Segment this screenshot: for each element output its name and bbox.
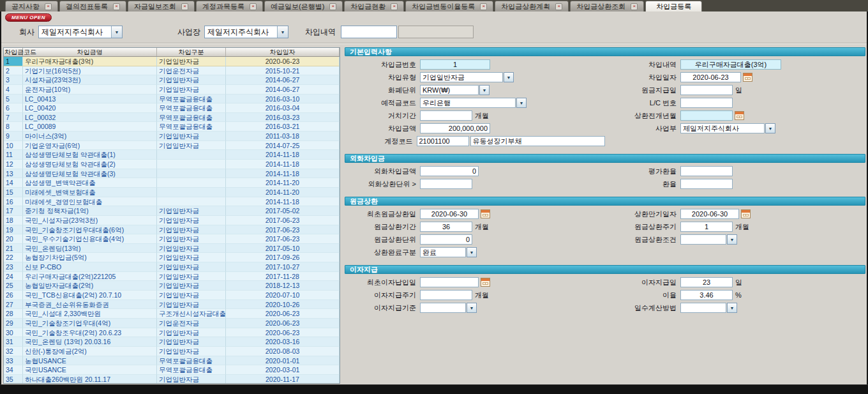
interest-pay-day-input[interactable]	[680, 277, 733, 287]
grid-row-8[interactable]: 8LC_00089무역포괄금융대출2016-03-21	[4, 122, 340, 132]
tab-1[interactable]: 공지사항×	[5, 1, 58, 11]
valuation-rate-input[interactable]	[680, 166, 733, 176]
site-select[interactable]: 제일저지주식회사 ▼	[204, 26, 288, 38]
loan-amount-input[interactable]	[420, 123, 490, 133]
grid-column-header-2[interactable]: 차입구분	[157, 48, 226, 56]
grid-row-16[interactable]: 16미래에셋_경영인보험대출2014-11-18	[4, 197, 340, 207]
grace-period-input[interactable]	[420, 110, 472, 121]
grid-column-header-3[interactable]: 차입일자	[226, 48, 340, 56]
lc-number-input[interactable]	[680, 98, 733, 108]
tab-7[interactable]: 차입금변동이율등록×	[405, 1, 493, 11]
repay-open-ym-input[interactable]	[680, 110, 733, 121]
first-principal-date-input[interactable]	[420, 209, 479, 219]
fx-repay-unit-input[interactable]	[420, 179, 472, 189]
grid-column-header-1[interactable]: 차입금명	[23, 48, 157, 56]
grid-row-33[interactable]: 33농협USANCE무역포괄금융대출2020-01-01	[4, 356, 340, 366]
first-interest-date-calendar-icon[interactable]	[481, 278, 490, 287]
grid-row-21[interactable]: 21국민_온렌딩(13억)기업일반자금2017-05-10	[4, 244, 340, 254]
exchange-rate-input[interactable]	[680, 179, 733, 189]
grid-row-26[interactable]: 26국민_TCB신용대출(2억) 20.7.10기업일반자금2020-07-10	[4, 291, 340, 300]
currency-unit-input[interactable]	[420, 85, 479, 95]
grid-row-27[interactable]: 27부국증권_선순위유동화증권기업일반자금2020-10-26	[4, 300, 340, 310]
deposit-code-dropdown-icon[interactable]: ▼	[516, 98, 527, 108]
principal-condition-input[interactable]	[680, 234, 726, 245]
grid-row-14[interactable]: 14삼성생명_변액약관대출2014-11-20	[4, 178, 340, 188]
tab-10[interactable]: 차입금등록	[645, 1, 702, 11]
company-select[interactable]: 제일저지주식회사 ▼	[38, 26, 123, 38]
repay-complete-input[interactable]	[420, 247, 466, 257]
loan-type-input[interactable]	[420, 72, 503, 82]
grid-row-13[interactable]: 13삼성생명단체보험 약관대출(3)2014-11-18	[4, 169, 340, 179]
tab-close-icon[interactable]: ×	[45, 3, 52, 10]
interest-basis-input[interactable]	[420, 303, 466, 313]
grid-body[interactable]: 1우리구매자금대출(3억)기업일반자금2020-06-232기업기보(16억5천…	[4, 57, 340, 384]
business-unit-dropdown-icon[interactable]: ▼	[765, 123, 775, 133]
day-count-method-dropdown-icon[interactable]: ▼	[727, 303, 737, 313]
grid-row-18[interactable]: 18국민_시설자금(23억3천)기업일반자금2017-06-23	[4, 216, 340, 225]
tab-4[interactable]: 계정과목등록×	[196, 1, 263, 11]
principal-period-input[interactable]	[420, 222, 472, 232]
grid-row-17[interactable]: 17중기청 정책자금(1억)기업일반자금2017-05-02	[4, 206, 340, 216]
principal-unit-input[interactable]	[420, 234, 472, 245]
grid-row-5[interactable]: 5LC_00413무역포괄금융대출2016-03-10	[4, 95, 340, 104]
grid-row-3[interactable]: 3시설자금(23억3천)기업일반자금2014-06-27	[4, 75, 340, 85]
maturity-date-calendar-icon[interactable]	[741, 209, 751, 218]
tab-close-icon[interactable]: ×	[250, 3, 257, 10]
grid-row-23[interactable]: 23신보 P-CBO기업일반자금2017-10-27	[4, 262, 340, 272]
loan-date-input[interactable]	[680, 72, 741, 82]
grid-row-28[interactable]: 28국민_시설대 2,330백만원구조개선시설자금대출2020-06-23	[4, 309, 340, 319]
grid-row-29[interactable]: 29국민_기술창조기업우대(4억)기업운전자금2020-06-23	[4, 319, 340, 328]
tab-8[interactable]: 차입금상환계획×	[495, 1, 569, 11]
grid-row-4[interactable]: 4운전자금(10억)기업일반자금2014-06-27	[4, 85, 340, 95]
account-code-input[interactable]	[417, 136, 469, 146]
repay-open-ym-calendar-icon[interactable]	[735, 111, 744, 120]
tab-close-icon[interactable]: ×	[480, 3, 487, 10]
grid-column-header-0[interactable]: 차입금코드	[4, 48, 23, 56]
tab-close-icon[interactable]: ×	[555, 3, 562, 10]
tab-5[interactable]: 예금일보(은행별)×	[264, 1, 343, 11]
grid-row-19[interactable]: 19국민_기술창조기업우대대출(6억)기업일반자금2017-06-23	[4, 225, 340, 235]
loan-number-input[interactable]	[420, 59, 490, 70]
grid-row-9[interactable]: 9마이너스(3억)기업일반자금2011-03-18	[4, 132, 340, 141]
grid-row-32[interactable]: 32신한(-)통장예금(2억)기업일반자금2020-08-03	[4, 347, 340, 356]
grid-row-24[interactable]: 24우리구매자금대출(2억)221205기업일반자금2017-11-28	[4, 272, 340, 282]
tab-close-icon[interactable]: ×	[181, 3, 188, 10]
interest-basis-dropdown-icon[interactable]: ▼	[467, 303, 477, 313]
tab-close-icon[interactable]: ×	[631, 3, 638, 10]
loan-description-input[interactable]	[680, 59, 781, 70]
fx-loan-amount-input[interactable]	[420, 166, 479, 176]
currency-unit-dropdown-icon[interactable]: ▼	[479, 85, 490, 95]
grid-row-15[interactable]: 15미래에셋_변액보험대출2014-11-20	[4, 188, 340, 197]
grid-row-35[interactable]: 35하나대출260백만원 20.11.17기업일반자금2020-11-17	[4, 375, 340, 384]
grid-row-34[interactable]: 34국민USANCE무역포괄금융대출2020-03-01	[4, 365, 340, 375]
grid-row-6[interactable]: 6LC_00420무역포괄금융대출2016-03-04	[4, 103, 340, 113]
principal-condition-dropdown-icon[interactable]: ▼	[727, 234, 737, 245]
loan-date-calendar-icon[interactable]	[743, 73, 752, 82]
loan-type-dropdown-icon[interactable]: ▼	[504, 72, 514, 82]
tab-close-icon[interactable]: ×	[113, 3, 120, 10]
tab-9[interactable]: 차입금상환조회×	[570, 1, 644, 11]
grid-row-1[interactable]: 1우리구매자금대출(3억)기업일반자금2020-06-23	[4, 57, 340, 66]
grid-row-12[interactable]: 12삼성생명단체보험 약관대출(2)2014-11-18	[4, 160, 340, 169]
maturity-date-input[interactable]	[680, 209, 739, 219]
deposit-code-input[interactable]	[420, 98, 516, 108]
business-unit-input[interactable]	[680, 123, 765, 133]
tab-close-icon[interactable]: ×	[391, 3, 398, 10]
menu-open-button[interactable]: MENU OPEN	[5, 13, 52, 22]
grid-row-11[interactable]: 11삼성생명단체보험 약관대출(1)2014-11-18	[4, 150, 340, 160]
tab-close-icon[interactable]: ×	[329, 3, 336, 10]
repay-complete-dropdown-icon[interactable]: ▼	[467, 247, 477, 257]
interest-cycle-input[interactable]	[420, 290, 472, 300]
grid-row-7[interactable]: 7LC_00032무역포괄금융대출2016-03-23	[4, 113, 340, 123]
grid-row-31[interactable]: 31국민_온렌딩 (13억) 20.03.16기업일반자금2020-03-16	[4, 337, 340, 347]
grid-row-10[interactable]: 10기업운영자금(6억)기업일반자금2014-07-25	[4, 141, 340, 151]
loan-desc-search-input[interactable]	[341, 26, 397, 38]
tab-6[interactable]: 차입금현황×	[344, 1, 404, 11]
day-count-method-input[interactable]	[680, 303, 726, 313]
principal-cycle-input[interactable]	[680, 222, 733, 232]
grid-row-2[interactable]: 2기업기보(16억5천)기업운전자금2015-10-21	[4, 66, 340, 76]
grid-row-22[interactable]: 22농협장기차입금(5억)기업일반자금2017-09-26	[4, 253, 340, 262]
tab-2[interactable]: 결의전표등록×	[59, 1, 126, 11]
grid-row-25[interactable]: 25농협일반자금대출(2억)기업일반자금2018-12-13	[4, 281, 340, 291]
grid-row-20[interactable]: 20국민_우수기술기업신용대출(4억)기업일반자금2017-06-23	[4, 234, 340, 244]
